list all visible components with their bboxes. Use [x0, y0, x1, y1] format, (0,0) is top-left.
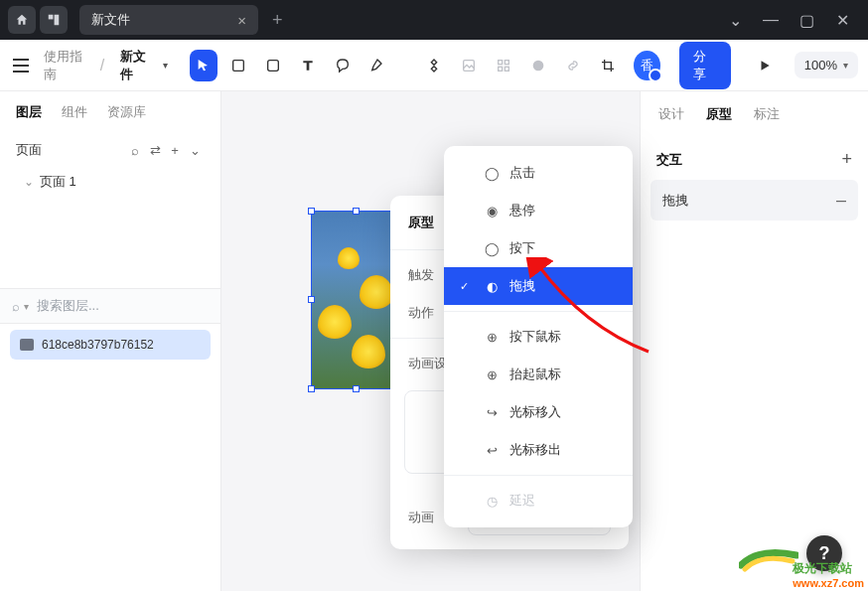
menu-mouseout[interactable]: ✓↩光标移出 [444, 431, 633, 469]
watermark-name: 极光下载站 [793, 561, 852, 575]
interaction-label: 拖拽 [662, 192, 688, 210]
image-icon [20, 339, 34, 351]
image-tool[interactable] [454, 50, 483, 81]
svg-rect-4 [463, 60, 474, 71]
menu-label: 拖拽 [509, 277, 535, 295]
zoom-value: 100% [804, 58, 837, 73]
share-button[interactable]: 分享 [679, 42, 731, 89]
image-placeholder [312, 212, 400, 388]
autolayout-tool[interactable] [489, 50, 517, 81]
page-label: 页面 1 [40, 173, 76, 191]
search-placeholder: 搜索图层... [37, 297, 99, 315]
watermark-url: www.xz7.com [793, 577, 864, 589]
list-filter-icon[interactable]: ⇄ [145, 143, 165, 158]
tab-assets[interactable]: 资源库 [107, 103, 146, 121]
home-icon[interactable] [8, 6, 36, 34]
tab-title: 新文件 [91, 11, 130, 29]
close-window-icon[interactable]: ✕ [824, 2, 860, 38]
title-bar: 新文件 × + ⌄ — ▢ ✕ [0, 0, 868, 40]
frame-tool[interactable] [223, 50, 252, 81]
menu-mousein[interactable]: ✓↪光标移入 [444, 393, 633, 431]
new-tab-button[interactable]: + [272, 10, 283, 31]
rectangle-tool[interactable] [258, 50, 287, 81]
search-icon[interactable]: ⌕ [125, 143, 145, 158]
speech-tool[interactable] [328, 50, 357, 81]
text-tool[interactable] [293, 50, 322, 81]
file-tab[interactable]: 新文件 × [79, 5, 258, 35]
chevron-down-icon[interactable]: ⌄ [717, 2, 753, 38]
tab-layers[interactable]: 图层 [16, 103, 42, 121]
watermark: 极光下载站 www.xz7.com [793, 560, 864, 589]
chevron-down-icon: ▾ [843, 60, 848, 71]
search-icon: ⌕ [12, 299, 20, 314]
menu-label: 按下 [509, 239, 535, 257]
avatar[interactable]: 香 [634, 51, 660, 80]
menu-mouseup[interactable]: ✓⊕抬起鼠标 [444, 356, 633, 393]
remove-interaction-icon[interactable]: – [836, 190, 846, 211]
link-tool[interactable] [558, 50, 587, 81]
canvas[interactable]: 原型 触发 动作 动画设 动画 ◇ 即时 ⌄ ✓◯点击 ✓◉悬停 ✓◯按下 ✓◐… [221, 91, 640, 591]
pen-tool[interactable] [362, 50, 391, 81]
tab-design[interactable]: 设计 [658, 105, 684, 123]
minimize-icon[interactable]: — [753, 2, 789, 38]
menu-hover[interactable]: ✓◉悬停 [444, 192, 633, 229]
layer-item[interactable]: 618ce8b3797b76152 [10, 330, 211, 360]
svg-rect-2 [233, 60, 244, 71]
pages-title: 页面 [16, 141, 42, 159]
menu-label: 抬起鼠标 [509, 366, 561, 383]
pages-header: 页面 ⌕ ⇄ + ⌄ [0, 131, 220, 165]
top-toolbar: 使用指南 / 新文件 ▾ 香 分享 100%▾ [0, 40, 868, 91]
svg-rect-1 [55, 15, 60, 26]
interactions-title: 交互 [656, 151, 682, 169]
breadcrumb-file[interactable]: 新文件 [120, 48, 155, 83]
menu-label: 延迟 [509, 492, 535, 510]
menu-mousedown[interactable]: ✓⊕按下鼠标 [444, 318, 633, 356]
tab-components[interactable]: 组件 [62, 103, 87, 121]
close-icon[interactable]: × [237, 12, 246, 29]
right-tabs: 设计 原型 标注 [641, 91, 868, 135]
tab-prototype[interactable]: 原型 [706, 105, 732, 123]
menu-drag[interactable]: ✓◐拖拽 [444, 267, 633, 305]
add-page-icon[interactable]: + [165, 143, 185, 158]
menu-label: 光标移出 [509, 441, 561, 459]
svg-rect-3 [268, 60, 279, 71]
interaction-item[interactable]: 拖拽 – [651, 180, 858, 221]
watermark-swoosh [739, 543, 798, 573]
svg-rect-0 [49, 15, 54, 20]
file-chevron-icon[interactable]: ▾ [163, 60, 168, 71]
svg-rect-5 [498, 60, 502, 64]
add-interaction-icon[interactable]: + [841, 149, 852, 170]
menu-label: 点击 [509, 164, 535, 182]
mask-tool[interactable] [523, 50, 552, 81]
maximize-icon[interactable]: ▢ [789, 2, 824, 38]
trigger-menu: ✓◯点击 ✓◉悬停 ✓◯按下 ✓◐拖拽 ✓⊕按下鼠标 ✓⊕抬起鼠标 ✓↪光标移入… [444, 146, 633, 527]
breadcrumb-sep: / [100, 57, 104, 74]
menu-delay: ✓◷延迟 [444, 482, 633, 519]
cursor-tool[interactable] [190, 50, 218, 81]
play-button[interactable] [750, 50, 779, 81]
svg-rect-6 [505, 60, 508, 64]
menu-click[interactable]: ✓◯点击 [444, 154, 633, 192]
zoom-select[interactable]: 100%▾ [795, 52, 858, 78]
svg-rect-7 [498, 67, 502, 71]
menu-icon[interactable] [10, 54, 32, 77]
workspace-icon[interactable] [40, 6, 68, 34]
crop-tool[interactable] [593, 50, 622, 81]
selected-frame[interactable] [311, 211, 401, 389]
menu-label: 悬停 [509, 202, 535, 220]
layer-search[interactable]: ⌕▾ 搜索图层... [0, 288, 220, 324]
interactions-header: 交互 + [641, 135, 868, 180]
left-panel: 图层 组件 资源库 页面 ⌕ ⇄ + ⌄ 页面 1 ⌕▾ 搜索图层... 618… [0, 91, 221, 591]
right-panel: 设计 原型 标注 交互 + 拖拽 – [640, 91, 868, 591]
component-tool[interactable] [419, 50, 448, 81]
layer-name: 618ce8b3797b76152 [42, 338, 154, 352]
menu-label: 按下鼠标 [509, 328, 561, 346]
menu-press[interactable]: ✓◯按下 [444, 229, 633, 267]
collapse-icon[interactable]: ⌄ [185, 143, 205, 158]
chevron-down-icon: ▾ [24, 301, 29, 312]
menu-label: 光标移入 [509, 403, 561, 421]
tab-annotate[interactable]: 标注 [754, 105, 780, 123]
breadcrumb-guide[interactable]: 使用指南 [44, 48, 90, 83]
page-item[interactable]: 页面 1 [0, 165, 220, 199]
left-tabs: 图层 组件 资源库 [0, 91, 220, 131]
